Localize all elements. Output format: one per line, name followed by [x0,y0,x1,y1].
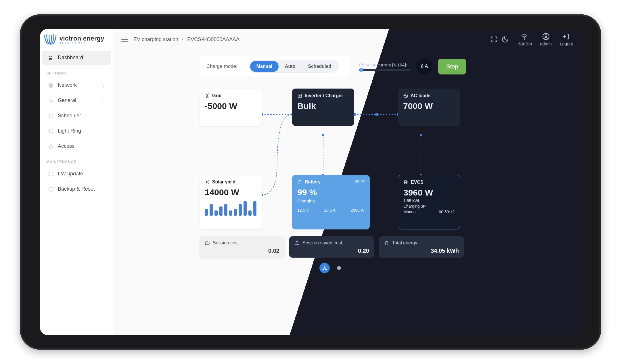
logout-button[interactable]: Logout [560,33,573,46]
solar-value: 14000 W [205,187,256,197]
sidebar-section-maintenance: MAINTENANCE [40,154,113,166]
sidebar-item-fw-update[interactable]: FW update [42,167,111,181]
user-menu[interactable]: admin [540,33,552,46]
wifi-icon [521,33,528,40]
fullscreen-icon[interactable] [490,36,498,43]
svg-rect-36 [337,269,338,270]
stat-label: Session cost [213,240,239,246]
backup-icon [48,186,54,192]
wifi-signal[interactable]: -50dBm [517,33,532,46]
svg-rect-8 [49,146,52,148]
card-title: Grid [212,93,222,98]
battery-icon [297,179,302,185]
evcs-card[interactable]: EVCS 3960 W 1.65 kWh Charging 3P Manual … [398,175,460,229]
briefcase-icon [205,240,210,246]
solar-sparkline [205,201,256,216]
battery-soc: 99 % [297,187,365,197]
svg-point-10 [524,39,525,39]
menu-toggle[interactable] [121,37,128,42]
light-ring-icon [48,128,54,134]
sidebar-item-label: Light Ring [58,128,81,134]
stat-value: 0.02 [268,248,279,254]
sidebar-item-scheduler[interactable]: Scheduler [42,109,111,123]
brand-name: victron energy [60,35,104,42]
card-title: Inverter / Charger [305,93,343,98]
charging-current-display: 6 A [416,58,432,74]
sidebar-item-dashboard[interactable]: Dashboard [42,51,111,65]
svg-rect-29 [295,242,299,245]
view-flow-button[interactable] [319,263,330,273]
evcs-power: 3960 W [403,188,455,198]
evcs-time: 00:50:12 [439,210,455,214]
sun-icon [205,179,210,185]
inverter-value: Bulk [297,101,349,111]
stats-row: Session cost 0.02 Session saved cost 0.2… [200,236,464,258]
sidebar-item-network[interactable]: Network ⌄ [42,78,111,92]
flow-view-icon [322,265,327,271]
sidebar-item-label: Dashboard [58,55,83,61]
lock-icon [48,143,54,149]
battery-current: 16.5 A [324,208,336,212]
view-grid-button[interactable] [334,263,344,273]
user-icon [542,33,550,40]
svg-point-7 [49,129,53,133]
svg-rect-20 [420,134,422,136]
logout-label: Logout [560,41,573,46]
grid-view-icon [336,265,342,271]
session-saved-stat: Session saved cost 0.20 [289,236,374,258]
svg-point-6 [50,130,52,132]
dashboard-icon [48,55,54,61]
signal-strength: -50dBm [517,41,532,46]
stop-button[interactable]: Stop [438,59,466,74]
sidebar-item-label: General [58,97,76,104]
svg-rect-35 [340,266,341,267]
inverter-icon [297,93,302,98]
ac-loads-card[interactable]: AC loads 7000 W [398,89,460,126]
battery-power: 2000 W [351,208,365,212]
grid-icon [205,93,210,98]
update-icon [48,171,54,177]
svg-point-1 [51,55,52,57]
grid-value: -5000 W [205,101,256,111]
victron-logo-icon [43,33,57,46]
charge-mode-segmented: Manual Auto Scheduled [249,60,339,73]
logout-icon [563,33,570,40]
inverter-card[interactable]: Inverter / Charger Bulk [292,89,354,126]
svg-rect-16 [375,113,378,116]
mode-scheduled[interactable]: Scheduled [302,61,338,72]
dark-mode-icon[interactable] [501,36,509,43]
mode-auto[interactable]: Auto [279,61,302,72]
sidebar-item-general[interactable]: General ⌄ [42,93,111,108]
sidebar-item-label: Scheduler [58,113,81,119]
svg-point-31 [324,266,325,267]
stat-value: 34.05 kWh [431,248,459,254]
mode-manual[interactable]: Manual [250,61,279,72]
stat-label: Total energy [392,240,417,246]
card-title: EVCS [411,180,423,185]
evcs-state: Charging 3P [403,204,455,208]
battery-card[interactable]: Battery 26 °C 99 % Charging 12.5 V 16.5 … [292,175,370,229]
svg-rect-18 [322,134,324,136]
gear-icon [48,98,54,104]
grid-card[interactable]: Grid -5000 W [200,89,262,126]
sidebar-item-light-ring[interactable]: Light Ring [42,124,111,138]
session-cost-stat: Session cost 0.02 [200,236,285,258]
breadcrumb-page: EV charging station [133,37,178,42]
stat-label: Session saved cost [302,240,342,246]
sidebar-item-access[interactable]: Access [42,139,111,153]
svg-rect-26 [299,181,301,184]
sidebar-item-backup-reset[interactable]: Backup & Reset [42,182,111,196]
ac-loads-icon [403,93,408,98]
solar-card[interactable]: Solar yield 14000 W [200,175,262,229]
charging-current-slider[interactable] [359,69,411,71]
battery-voltage: 12.5 V [297,208,309,212]
charge-mode-panel: Charge mode: Manual Auto Scheduled [200,56,350,77]
battery-temp: 26 °C [355,179,365,184]
sidebar-item-label: Network [58,82,77,88]
charging-current-label: Charging current [6-16A]: [359,62,411,67]
briefcase-icon [294,240,300,246]
battery-state: Charging [297,198,365,203]
charging-current-value: 6 [421,64,423,69]
svg-point-12 [545,35,547,37]
svg-point-4 [50,100,52,101]
